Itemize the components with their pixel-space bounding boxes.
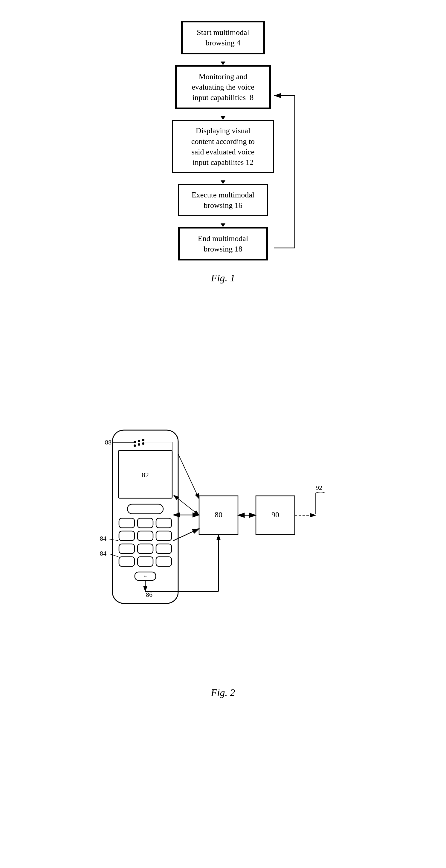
svg-rect-12 bbox=[138, 518, 153, 528]
flow-box-monitor: Monitoring andevaluating the voiceinput … bbox=[175, 65, 271, 109]
svg-text:86: 86 bbox=[146, 591, 152, 598]
svg-rect-18 bbox=[138, 544, 153, 554]
svg-point-6 bbox=[138, 443, 140, 446]
flow-box-display: Displaying visualcontent according tosai… bbox=[172, 120, 274, 173]
flow-box-execute: Execute multimodalbrowsing 16 bbox=[178, 184, 268, 216]
flowchart: Start multimodalbrowsing 4 Monitoring an… bbox=[118, 12, 328, 260]
svg-rect-19 bbox=[156, 544, 172, 554]
arrow-4 bbox=[223, 216, 223, 227]
svg-rect-21 bbox=[138, 557, 153, 566]
svg-rect-22 bbox=[156, 557, 172, 566]
fig1-caption: Fig. 1 bbox=[0, 272, 446, 284]
svg-rect-20 bbox=[119, 557, 135, 566]
svg-line-47 bbox=[178, 454, 199, 499]
svg-text:←: ← bbox=[143, 574, 148, 579]
svg-point-7 bbox=[142, 442, 144, 445]
arrow-2 bbox=[223, 109, 223, 120]
arrow-3 bbox=[223, 173, 223, 184]
svg-text:82: 82 bbox=[142, 471, 149, 479]
svg-point-4 bbox=[142, 439, 144, 441]
flow-box-start: Start multimodalbrowsing 4 bbox=[181, 21, 265, 54]
svg-rect-11 bbox=[119, 518, 135, 528]
arrow-1 bbox=[223, 54, 223, 65]
fig2-diagram: 82 ← 80 bbox=[88, 412, 358, 681]
svg-text:84': 84' bbox=[100, 550, 108, 557]
svg-rect-13 bbox=[156, 518, 172, 528]
svg-rect-16 bbox=[156, 531, 172, 540]
svg-rect-15 bbox=[138, 531, 153, 540]
svg-text:84: 84 bbox=[100, 535, 107, 542]
svg-rect-10 bbox=[127, 504, 163, 514]
svg-rect-14 bbox=[119, 531, 135, 540]
svg-text:90: 90 bbox=[271, 510, 279, 519]
svg-point-5 bbox=[133, 444, 136, 447]
device-diagram-svg: 82 ← 80 bbox=[88, 412, 358, 681]
flow-box-end: End multimodalbrowsing 18 bbox=[178, 227, 268, 260]
svg-text:80: 80 bbox=[215, 510, 222, 519]
svg-rect-17 bbox=[119, 544, 135, 554]
svg-point-3 bbox=[138, 440, 140, 442]
fig2-section: 82 ← 80 bbox=[0, 412, 446, 699]
fig2-caption: Fig. 2 bbox=[0, 687, 446, 699]
svg-point-2 bbox=[133, 441, 136, 443]
fig1-section: Start multimodalbrowsing 4 Monitoring an… bbox=[0, 12, 446, 284]
svg-text:92: 92 bbox=[316, 484, 322, 491]
svg-text:88: 88 bbox=[105, 438, 112, 446]
